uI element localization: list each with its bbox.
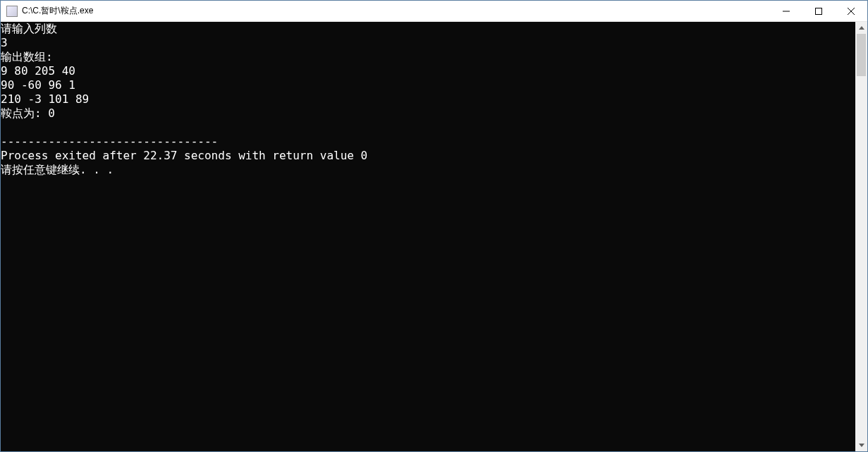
chevron-up-icon: [859, 26, 864, 30]
scroll-down-button[interactable]: [855, 439, 867, 451]
close-icon: [848, 8, 855, 15]
maximize-icon: [815, 8, 822, 15]
console-output[interactable]: 请输入列数 3 输出数组: 9 80 205 40 90 -60 96 1 21…: [1, 22, 855, 451]
window-title: C:\C.暂时\鞍点.exe: [22, 5, 93, 17]
app-icon: [6, 6, 18, 17]
scroll-up-button[interactable]: [855, 22, 867, 34]
svg-rect-1: [816, 8, 822, 14]
maximize-button[interactable]: [802, 1, 835, 22]
vertical-scrollbar[interactable]: [855, 22, 867, 451]
chevron-down-icon: [859, 444, 864, 447]
scrollbar-track[interactable]: [855, 34, 867, 439]
app-window: C:\C.暂时\鞍点.exe 请输入列数 3 输出数组: 9 80 205 40…: [0, 0, 868, 452]
minimize-button[interactable]: [770, 1, 802, 22]
close-button[interactable]: [835, 1, 867, 22]
minimize-icon: [783, 8, 790, 15]
titlebar[interactable]: C:\C.暂时\鞍点.exe: [1, 1, 867, 22]
scrollbar-thumb[interactable]: [857, 34, 866, 76]
console-area: 请输入列数 3 输出数组: 9 80 205 40 90 -60 96 1 21…: [1, 22, 867, 451]
